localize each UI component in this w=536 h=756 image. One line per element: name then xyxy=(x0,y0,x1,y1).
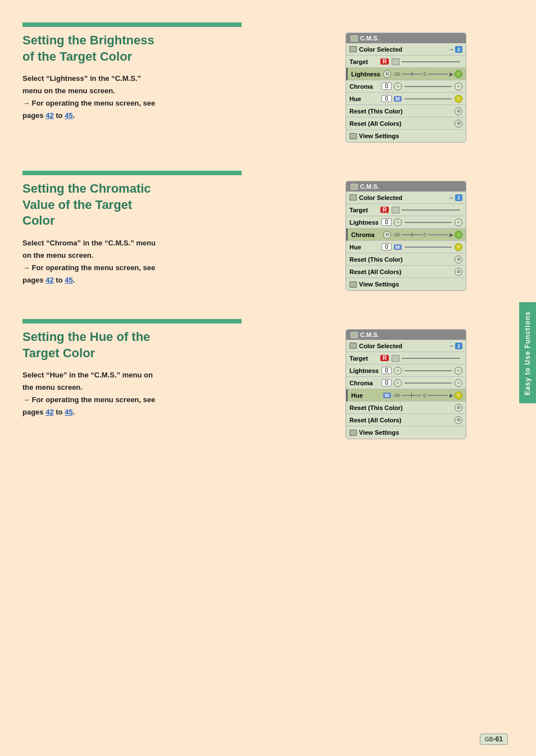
lightness-icon-3: ○ xyxy=(394,367,402,375)
lightness-end-3: ○ xyxy=(455,367,462,375)
cms-color-selected-row-3: Color Selected → 2 xyxy=(346,340,466,352)
section-chroma-text: Setting the Chromatic Value of the Targe… xyxy=(22,181,329,286)
cms-reset-this-row-1[interactable]: Reset (This Color) ⊙ xyxy=(346,105,466,117)
cms-monitor-icon-small-2 xyxy=(349,194,357,201)
cms-color-selected-row-2: Color Selected → 2 xyxy=(346,192,466,204)
section-brightness-bar xyxy=(22,22,242,27)
hue-m-icon-2: M xyxy=(394,244,402,250)
cms-target-row-2: Target R xyxy=(346,204,466,216)
section-brightness-body: Select “Lightness” in the “C.M.S.” menu … xyxy=(22,72,329,122)
hue-end-icon-2: Y xyxy=(455,243,462,251)
chroma-icon-active-2: ⊙ xyxy=(383,231,391,239)
link-42-hue[interactable]: 42 xyxy=(46,408,53,416)
cms-titlebar-2: C.M.S. xyxy=(346,181,466,192)
target-r-3: R xyxy=(380,355,389,361)
section-hue-text: Setting the Hue of the Target Color Sele… xyxy=(22,329,329,419)
cms-panel-chroma: C.M.S. Color Selected → 2 Target R Light… xyxy=(346,181,466,291)
section-chroma-title: Setting the Chromatic Value of the Targe… xyxy=(22,181,329,229)
reset-all-icon-1: ⊙ xyxy=(455,120,462,127)
cms-hue-row-1[interactable]: Hue 0 M Y xyxy=(346,93,466,105)
section-brightness-title: Setting the Brightness of the Target Col… xyxy=(22,33,329,65)
hue-value-1: 0 xyxy=(381,95,392,102)
lightness-value-3: 0 xyxy=(381,367,392,374)
cms-monitor-icon-small-1 xyxy=(349,46,357,52)
hue-end-icon-1: Y xyxy=(455,95,462,103)
cms-lightness-row-1[interactable]: Lightness ⊙ -30 0 ▶ ○ xyxy=(346,68,466,80)
cms-monitor-icon-3 xyxy=(351,332,358,338)
cms-reset-this-row-2[interactable]: Reset (This Color) ⊙ xyxy=(346,253,466,266)
hue-end-active-3: Y xyxy=(455,391,462,399)
section-chroma-bar xyxy=(22,171,242,175)
reset-this-icon-1: ⊙ xyxy=(455,107,462,115)
cms-num-badge-2: 2 xyxy=(455,194,462,201)
cms-hue-row-2[interactable]: Hue 0 M Y xyxy=(346,241,466,253)
section-hue-body: Select “Hue” in the “C.M.S.” menu on the… xyxy=(22,369,329,418)
cms-monitor-icon-2 xyxy=(351,184,358,190)
chroma-end-active-2: ○ xyxy=(455,231,462,239)
section-chroma-body: Select “Chroma” in the “C.M.S.” menu on … xyxy=(22,237,329,286)
section-hue-title: Setting the Hue of the Target Color xyxy=(22,329,329,361)
page-number: GB-61 xyxy=(480,734,508,745)
cms-chroma-row-3[interactable]: Chroma 0 ○ ○ xyxy=(346,377,466,389)
cms-hue-row-3[interactable]: Hue M -30 0 ▶ Y xyxy=(346,389,466,402)
lightness-end-2: ○ xyxy=(455,218,462,226)
cms-monitor-icon-small-3 xyxy=(349,343,357,349)
sidebar-tab-label: Easy to Use Functions xyxy=(524,311,532,395)
cms-reset-all-row-2[interactable]: Reset (All Colors) ⊙ xyxy=(346,266,466,278)
cms-target-row-3: Target R xyxy=(346,352,466,365)
cms-titlebar-3: C.M.S. xyxy=(346,330,466,340)
gb-badge: GB xyxy=(485,736,493,743)
target-icon-2 xyxy=(392,207,399,213)
view-settings-icon-3 xyxy=(349,430,357,436)
section-hue: Setting the Hue of the Target Color Sele… xyxy=(22,319,466,439)
cms-lightness-row-3[interactable]: Lightness 0 ○ ○ xyxy=(346,365,466,377)
cms-view-settings-row-1[interactable]: View Settings xyxy=(346,130,466,142)
cms-chroma-row-1[interactable]: Chroma 0 ○ ○ xyxy=(346,80,466,93)
cms-monitor-icon-1 xyxy=(351,35,358,42)
cms-reset-all-row-3[interactable]: Reset (All Colors) ⊙ xyxy=(346,414,466,426)
chroma-value-1: 0 xyxy=(381,83,392,90)
chroma-end-icon-1: ○ xyxy=(455,83,462,90)
cms-panel-brightness: C.M.S. Color Selected → 2 Target R xyxy=(346,33,466,143)
cms-reset-all-row-1[interactable]: Reset (All Colors) ⊙ xyxy=(346,117,466,130)
cms-panel-hue: C.M.S. Color Selected → 2 Target R Light… xyxy=(346,329,466,439)
cms-lightness-row-2[interactable]: Lightness 0 ○ ○ xyxy=(346,216,466,229)
cms-view-settings-row-3[interactable]: View Settings xyxy=(346,426,466,439)
link-45-hue[interactable]: 45 xyxy=(65,408,72,416)
view-settings-icon-2 xyxy=(349,281,357,288)
hue-m-icon-1: M xyxy=(394,96,402,102)
section-chroma: Setting the Chromatic Value of the Targe… xyxy=(22,171,466,291)
chroma-icon-1: ○ xyxy=(394,83,402,90)
link-42-chroma[interactable]: 42 xyxy=(46,276,53,284)
cms-num-badge-3: 2 xyxy=(455,343,462,349)
cms-chroma-row-2[interactable]: Chroma ⊙ -30 0 ▶ ○ xyxy=(346,229,466,241)
cms-num-badge-1: 2 xyxy=(455,46,462,53)
cms-target-row-1: Target R xyxy=(346,56,466,68)
target-icon-1 xyxy=(392,58,399,65)
section-hue-bar xyxy=(22,319,242,324)
section-brightness-text: Setting the Brightness of the Target Col… xyxy=(22,33,329,122)
cms-reset-this-row-3[interactable]: Reset (This Color) ⊙ xyxy=(346,402,466,414)
link-42-brightness[interactable]: 42 xyxy=(46,111,53,120)
sidebar-tab: Easy to Use Functions xyxy=(519,302,536,403)
lightness-icon-2: ○ xyxy=(394,218,402,226)
cms-view-settings-row-2[interactable]: View Settings xyxy=(346,278,466,290)
target-icon-3 xyxy=(392,355,399,362)
reset-all-icon-3: ⊙ xyxy=(455,416,462,424)
hue-m-icon-active-3: M xyxy=(383,393,391,398)
target-r-2: R xyxy=(380,207,389,213)
link-45-brightness[interactable]: 45 xyxy=(65,111,72,120)
view-settings-icon-1 xyxy=(349,133,357,139)
lightness-value-2: 0 xyxy=(381,218,392,226)
lightness-icon-1: ⊙ xyxy=(383,70,391,78)
chroma-end-3: ○ xyxy=(455,379,462,387)
cms-titlebar-1: C.M.S. xyxy=(346,33,466,43)
chroma-value-3: 0 xyxy=(381,379,392,386)
reset-this-icon-2: ⊙ xyxy=(455,256,462,263)
target-r-1: R xyxy=(380,58,389,65)
chroma-icon-3: ○ xyxy=(394,379,402,387)
hue-value-2: 0 xyxy=(381,243,392,251)
cms-color-selected-row-1: Color Selected → 2 xyxy=(346,43,466,56)
link-45-chroma[interactable]: 45 xyxy=(65,276,72,284)
section-brightness: Setting the Brightness of the Target Col… xyxy=(22,17,466,143)
